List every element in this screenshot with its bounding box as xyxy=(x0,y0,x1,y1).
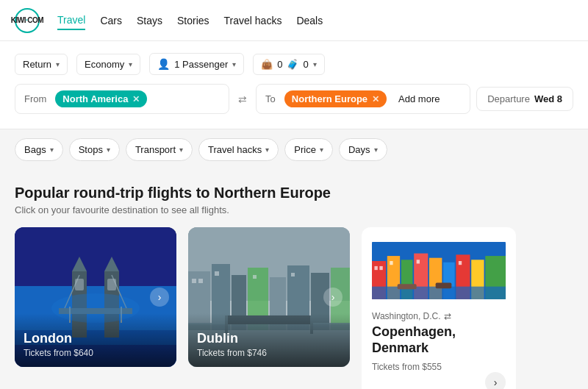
checked-bag-icon: 🧳 xyxy=(287,59,298,70)
to-tag-close[interactable]: ✕ xyxy=(372,94,379,104)
london-card-overlay: London Tickets from $640 xyxy=(15,313,176,367)
filter-days-chevron: ▾ xyxy=(374,146,378,154)
copenhagen-info-body: Washington, D.C. ⇄ Copenhagen, Denmark T… xyxy=(372,311,506,372)
section-title: Popular round-trip flights to Northern E… xyxy=(15,185,573,201)
to-tag[interactable]: Northern Europe ✕ xyxy=(284,90,387,107)
filter-bar: Bags ▾ Stops ▾ Transport ▾ Travel hacks … xyxy=(0,129,588,170)
filter-transport-label: Transport xyxy=(135,144,176,155)
dublin-price: Tickets from $746 xyxy=(197,348,341,358)
dublin-city-name: Dublin xyxy=(197,331,341,346)
to-tag-value: Northern Europe xyxy=(292,93,368,104)
filter-days-label: Days xyxy=(348,144,370,155)
filter-travel-hacks[interactable]: Travel hacks ▾ xyxy=(198,138,279,161)
svg-rect-52 xyxy=(436,282,452,288)
swap-locations-icon[interactable]: ⇄ xyxy=(235,93,250,105)
from-tag[interactable]: North America ✕ xyxy=(55,90,147,107)
luggage-dropdown[interactable]: 👜 0 🧳 0 ▾ xyxy=(253,54,324,75)
filter-travel-hacks-chevron: ▾ xyxy=(265,146,269,154)
departure-label: Departure xyxy=(487,93,530,104)
filter-transport-chevron: ▾ xyxy=(179,146,183,154)
svg-rect-26 xyxy=(198,279,203,283)
logo[interactable]: KIWI·COM xyxy=(15,8,40,33)
search-row-locations: From North America ✕ ⇄ To Northern Europ… xyxy=(15,84,573,114)
carry-on-icon: 👜 xyxy=(261,59,273,70)
svg-rect-28 xyxy=(253,275,257,279)
from-label: From xyxy=(24,93,46,104)
departure-value: Wed 8 xyxy=(534,93,562,104)
dublin-card-overlay: Dublin Tickets from $746 xyxy=(188,313,350,367)
cabin-class-dropdown[interactable]: Economy ▾ xyxy=(76,54,140,75)
passengers-label: 1 Passenger xyxy=(174,59,228,70)
nav-travel[interactable]: Travel xyxy=(57,11,85,30)
filter-price-label: Price xyxy=(294,144,316,155)
svg-rect-10 xyxy=(75,279,84,290)
passengers-chevron: ▾ xyxy=(232,60,236,68)
svg-rect-29 xyxy=(291,273,295,276)
search-row-options: Return ▾ Economy ▾ 👤 1 Passenger ▾ 👜 0 🧳… xyxy=(15,53,573,75)
to-location-box[interactable]: To Northern Europe ✕ Add more xyxy=(256,84,470,114)
dublin-arrow-icon: › xyxy=(323,288,343,307)
trip-type-dropdown[interactable]: Return ▾ xyxy=(15,54,68,75)
filter-price[interactable]: Price ▾ xyxy=(284,138,333,161)
copenhagen-arrow-icon[interactable]: › xyxy=(485,372,506,389)
destination-cards: London Tickets from $640 › xyxy=(15,227,573,389)
add-more-button[interactable]: Add more xyxy=(392,90,445,107)
from-tag-value: North America xyxy=(62,93,128,104)
destination-card-copenhagen[interactable]: Washington, D.C. ⇄ Copenhagen, Denmark T… xyxy=(362,227,516,389)
nav-stories[interactable]: Stories xyxy=(177,12,209,29)
search-section: Return ▾ Economy ▾ 👤 1 Passenger ▾ 👜 0 🧳… xyxy=(0,41,588,129)
copenhagen-price: Tickets from $555 xyxy=(372,362,506,372)
cabin-class-label: Economy xyxy=(85,59,124,70)
copenhagen-city-name: Copenhagen, Denmark xyxy=(372,324,506,356)
filter-bags[interactable]: Bags ▾ xyxy=(15,138,63,161)
trip-type-chevron: ▾ xyxy=(56,60,60,68)
cabin-class-chevron: ▾ xyxy=(129,60,132,68)
checked-bag-count: 0 xyxy=(303,59,308,70)
filter-bags-chevron: ▾ xyxy=(50,146,54,154)
london-arrow-icon: › xyxy=(150,288,169,307)
logo-mark: KIWI·COM xyxy=(15,8,40,33)
swap-small-icon: ⇄ xyxy=(444,311,451,321)
logo-dot: · xyxy=(26,16,27,24)
nav-deals[interactable]: Deals xyxy=(296,12,323,29)
svg-rect-46 xyxy=(379,266,382,270)
svg-rect-51 xyxy=(398,284,417,289)
copenhagen-mini-image xyxy=(372,238,506,304)
trip-type-label: Return xyxy=(23,59,51,70)
svg-rect-27 xyxy=(215,271,219,276)
copenhagen-image xyxy=(372,238,506,304)
filter-stops-chevron: ▾ xyxy=(107,146,110,154)
filter-stops[interactable]: Stops ▾ xyxy=(69,138,120,161)
svg-rect-47 xyxy=(390,261,392,265)
nav-cars[interactable]: Cars xyxy=(100,12,122,29)
passenger-icon: 👤 xyxy=(157,58,170,70)
navbar: KIWI·COM Travel Cars Stays Stories Trave… xyxy=(0,0,588,41)
filter-bags-label: Bags xyxy=(24,144,46,155)
svg-rect-25 xyxy=(192,279,196,283)
copenhagen-origin: Washington, D.C. ⇄ xyxy=(372,311,506,321)
from-location-box[interactable]: From North America ✕ xyxy=(15,84,229,114)
filter-days[interactable]: Days ▾ xyxy=(339,138,387,161)
filter-price-chevron: ▾ xyxy=(320,146,323,154)
svg-rect-48 xyxy=(417,260,420,263)
section-subtitle: Click on your favourite destination to s… xyxy=(15,204,573,215)
nav-links: Travel Cars Stays Stories Travel hacks D… xyxy=(57,11,323,30)
london-city-name: London xyxy=(24,331,168,346)
to-label: To xyxy=(265,93,276,104)
filter-transport[interactable]: Transport ▾ xyxy=(126,138,193,161)
passengers-dropdown[interactable]: 👤 1 Passenger ▾ xyxy=(149,53,244,75)
london-price: Tickets from $640 xyxy=(24,348,168,358)
filter-travel-hacks-label: Travel hacks xyxy=(208,144,262,155)
svg-rect-11 xyxy=(107,279,116,290)
destination-card-london[interactable]: London Tickets from $640 › xyxy=(15,227,176,367)
nav-stays[interactable]: Stays xyxy=(137,12,162,29)
destination-card-dublin[interactable]: Dublin Tickets from $746 › xyxy=(188,227,350,367)
svg-rect-45 xyxy=(374,266,377,270)
luggage-chevron: ▾ xyxy=(313,60,317,68)
departure-box[interactable]: Departure Wed 8 xyxy=(476,87,573,111)
carry-on-count: 0 xyxy=(277,59,282,70)
from-tag-close[interactable]: ✕ xyxy=(132,94,140,104)
nav-travel-hacks[interactable]: Travel hacks xyxy=(224,12,282,29)
filter-stops-label: Stops xyxy=(79,144,103,155)
content-section: Popular round-trip flights to Northern E… xyxy=(0,170,588,389)
